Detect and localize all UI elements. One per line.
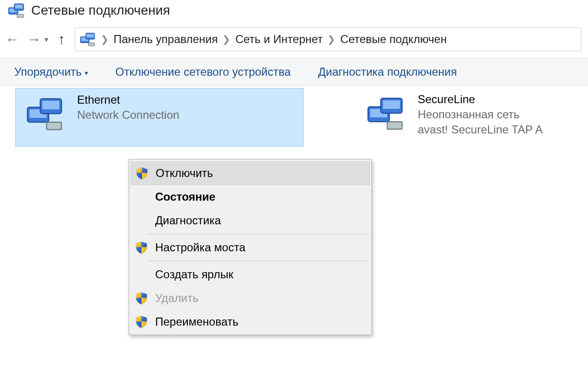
menu-item-diagnose[interactable]: Диагностика <box>131 209 370 232</box>
shield-icon <box>134 315 149 329</box>
organize-label: Упорядочить <box>14 65 82 79</box>
menu-label: Отключить <box>156 167 213 180</box>
menu-item-status[interactable]: Состояние <box>131 185 370 209</box>
blank-icon <box>134 190 149 204</box>
connection-item-ethernet[interactable]: Ethernet Network Connection <box>15 88 304 147</box>
shield-icon <box>134 291 149 305</box>
blank-icon <box>134 213 149 228</box>
connection-status: Неопознанная сеть <box>418 108 543 121</box>
menu-label: Создать ярлык <box>155 268 233 281</box>
menu-item-create-shortcut[interactable]: Создать ярлык <box>131 263 370 286</box>
chevron-right-icon[interactable]: ❯ <box>101 34 109 45</box>
menu-separator <box>149 261 369 261</box>
back-button[interactable]: ← <box>4 32 21 46</box>
menu-label: Состояние <box>155 190 215 204</box>
menu-label: Переименовать <box>155 315 238 328</box>
chevron-down-icon: ▾ <box>85 69 88 77</box>
menu-item-delete: Удалить <box>131 286 370 310</box>
menu-label: Удалить <box>155 292 199 305</box>
chevron-right-icon[interactable]: ❯ <box>222 34 230 45</box>
shield-icon <box>134 240 149 255</box>
menu-item-bridge[interactable]: Настройка моста <box>131 236 370 259</box>
context-menu: Отключить Состояние Диагностика Настройк… <box>129 159 372 335</box>
menu-item-rename[interactable]: Переименовать <box>131 310 370 334</box>
breadcrumb-item-network-connections[interactable]: Сетевые подключен <box>340 33 447 46</box>
chevron-right-icon[interactable]: ❯ <box>327 34 335 45</box>
toolbar: Упорядочить ▾ Отключение сетевого устрой… <box>0 58 588 86</box>
connection-name: SecureLine <box>418 93 543 106</box>
menu-separator <box>149 234 369 234</box>
connection-item-secureline[interactable]: SecureLine Неопознанная сеть avast! Secu… <box>356 88 588 140</box>
connection-device: avast! SecureLine TAP A <box>418 123 543 136</box>
menu-label: Диагностика <box>155 214 221 227</box>
blank-icon <box>134 267 149 282</box>
breadcrumb[interactable]: ❯ Панель управления ❯ Сеть и Интернет ❯ … <box>75 27 581 51</box>
connection-name: Ethernet <box>77 93 179 106</box>
network-adapter-icon <box>21 92 68 135</box>
organize-button[interactable]: Упорядочить ▾ <box>14 65 88 79</box>
connection-status: Network Connection <box>77 108 179 122</box>
network-connections-icon <box>7 3 26 18</box>
forward-button[interactable]: → <box>26 32 43 46</box>
up-button[interactable]: ↑ <box>53 32 70 46</box>
window-title: Сетевые подключения <box>31 3 170 18</box>
titlebar: Сетевые подключения <box>0 0 588 23</box>
breadcrumb-item-control-panel[interactable]: Панель управления <box>114 33 218 46</box>
network-adapter-icon <box>362 92 408 134</box>
menu-label: Настройка моста <box>155 241 246 254</box>
menu-item-disable[interactable]: Отключить <box>131 161 370 185</box>
disable-device-button[interactable]: Отключение сетевого устройства <box>115 65 291 79</box>
recent-locations-dropdown[interactable]: ▾ <box>44 35 48 44</box>
shield-icon <box>135 166 149 180</box>
nav-area: ← → ▾ ↑ ❯ Панель управления ❯ Сеть и Инт… <box>0 23 588 58</box>
breadcrumb-item-network-internet[interactable]: Сеть и Интернет <box>235 33 323 46</box>
diagnose-connection-button[interactable]: Диагностика подключения <box>318 65 457 79</box>
breadcrumb-root-icon <box>79 32 96 46</box>
